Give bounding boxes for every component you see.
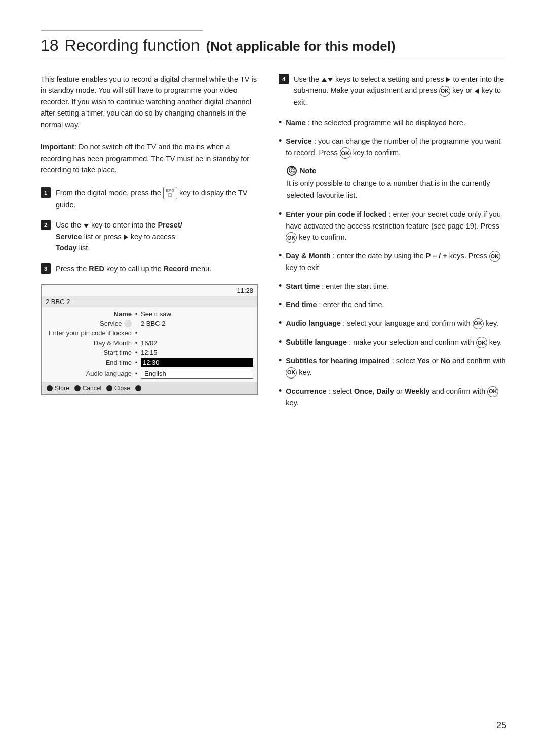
top-rule [41,30,203,31]
note-icon: Ⓒ [287,166,297,176]
bullet-hearing-text: Subtitles for hearing impaired : select … [286,355,506,379]
tv-row-daymonth: Day & Month • 16/02 [42,338,257,348]
not-applicable-label: (Not applicable for this model) [206,39,395,54]
tv-row-audiolang: Audio language • English [42,368,257,380]
bullet-starttime: Start time : enter the start time. [279,281,506,292]
note-text: It is only possible to change to a numbe… [287,178,506,201]
ok-key-occurrence: OK [487,386,498,397]
bullet-audiolang: Audio language : select your language an… [279,318,506,329]
main-content: This feature enables you to record a dig… [41,73,506,415]
epg-key: EPG ▢ [163,187,177,199]
ok-key-hearing: OK [286,367,297,379]
chapter-number: 18 [41,36,59,55]
bullet-subtitlelang: Subtitle language : make your selection … [279,336,506,348]
arrow-right-icon [124,235,128,240]
bullet-name-text: Name : the selected programme will be di… [286,117,465,128]
tv-row-pincode: Enter your pin code if locked • [42,328,257,338]
tv-btn-store: Store [47,385,69,392]
arrow-down-icon [84,224,89,228]
bullet-pincode-text: Enter your pin code if locked : enter yo… [286,209,506,243]
tv-btn-extra [135,385,141,391]
step-1-number: 1 [41,187,51,198]
feature-list: Name : the selected programme will be di… [279,117,506,159]
bullet-subtitlelang-text: Subtitle language : make your selection … [286,336,502,348]
arrow-right-icon-2 [446,77,450,82]
step-3-number: 3 [41,263,51,274]
step-4-number: 4 [279,74,289,84]
step-1-text: From the digital mode, press the EPG ▢ k… [56,187,258,211]
bullet-hearing: Subtitles for hearing impaired : select … [279,355,506,379]
tv-btn-cancel: Cancel [74,385,101,392]
arrow-up-icon [322,78,327,82]
bottom-rule [41,58,506,58]
ok-key-1: OK [439,86,450,97]
arrow-left-icon [475,89,479,94]
bullet-daymonth-text: Day & Month : enter the date by using th… [286,250,506,274]
intro-paragraph: This feature enables you to record a dig… [41,73,258,130]
ok-key-audio: OK [473,318,484,329]
tv-menu-time: 11:28 [42,285,257,296]
tv-row-endtime: End time • 12:30 [42,357,257,368]
bullet-endtime: End time : enter the end time. [279,299,506,310]
arrow-down-icon-2 [328,78,333,82]
ok-key-subtitle: OK [476,337,487,348]
tv-menu-rows: Name • See it saw Service ⚪ 2 BBC 2 Ente… [42,307,257,382]
bullet-service: Service : you can change the number of t… [279,136,506,159]
tv-menu-footer: Store Cancel Close [42,382,257,394]
note-box: Ⓒ Note It is only possible to change to … [287,166,506,201]
ok-key-service: OK [340,147,351,159]
chapter-name: Recording function [65,36,200,55]
bullet-endtime-text: End time : enter the end time. [286,299,384,310]
ok-key-daymonth: OK [489,251,500,262]
tv-row-service: Service ⚪ 2 BBC 2 [42,319,257,328]
bullet-daymonth: Day & Month : enter the date by using th… [279,250,506,274]
important-label: Important [41,143,74,151]
tv-row-name: Name • See it saw [42,309,257,319]
tv-btn-close: Close [106,385,130,392]
bullet-name: Name : the selected programme will be di… [279,117,506,128]
step-4: 4 Use the keys to select a setting and p… [279,73,506,108]
note-header: Ⓒ Note [287,166,506,176]
tv-channel-label: 2 BBC 2 [42,296,257,307]
ok-key-pin: OK [286,232,297,243]
feature-list-2: Enter your pin code if locked : enter yo… [279,209,506,408]
right-column: 4 Use the keys to select a setting and p… [279,73,506,415]
step-2-text: Use the key to enter into the Preset/Ser… [56,219,182,253]
step-4-text: Use the keys to select a setting and pre… [294,73,506,108]
step-3: 3 Press the RED key to call up the Recor… [41,263,258,274]
bullet-service-text: Service : you can change the number of t… [286,136,506,159]
step-2: 2 Use the key to enter into the Preset/S… [41,219,258,253]
note-label: Note [300,167,316,175]
bullet-starttime-text: Start time : enter the start time. [286,281,389,292]
bullet-pincode: Enter your pin code if locked : enter yo… [279,209,506,243]
bullet-occurrence-text: Occurrence : select Once, Daily or Weekl… [286,386,506,409]
bullet-occurrence: Occurrence : select Once, Daily or Weekl… [279,386,506,409]
important-paragraph: Important: Do not switch off the TV and … [41,141,258,175]
step-1: 1 From the digital mode, press the EPG ▢… [41,187,258,211]
page-number: 25 [496,720,506,731]
tv-menu-display: 11:28 2 BBC 2 Name • See it saw Service … [41,284,258,395]
step-2-number: 2 [41,220,51,230]
bullet-audiolang-text: Audio language : select your language an… [286,318,498,329]
step-3-text: Press the RED key to call up the Record … [56,263,211,274]
tv-row-starttime: Start time • 12:15 [42,348,257,357]
left-column: This feature enables you to record a dig… [41,73,258,415]
page-title-block: 18 Recording function (Not applicable fo… [41,36,506,55]
